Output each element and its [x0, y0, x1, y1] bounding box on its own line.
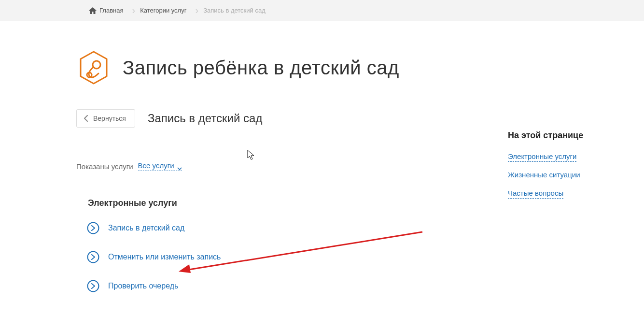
- filter-selected: Все услуги: [138, 161, 174, 170]
- breadcrumb: Главная › Категории услуг › Запись в дет…: [0, 0, 644, 21]
- page-subtitle: Запись в детский сад: [148, 112, 262, 125]
- service-item-cancel[interactable]: Отменить или изменить запись: [87, 251, 644, 263]
- divider: [76, 309, 496, 309]
- pacifier-icon: [76, 50, 111, 85]
- page-title: Запись ребёнка в детский сад: [123, 57, 399, 79]
- arrow-circle-icon: [87, 251, 99, 263]
- svg-point-3: [88, 252, 99, 263]
- service-list: Запись в детский сад Отменить или измени…: [87, 222, 644, 292]
- service-link[interactable]: Проверить очередь: [108, 282, 178, 290]
- filter-dropdown[interactable]: Все услуги: [138, 161, 182, 171]
- sidebar-link-situations[interactable]: Жизненные ситуации: [508, 171, 580, 180]
- breadcrumb-sep-icon: ›: [132, 5, 135, 16]
- back-button-label: Вернуться: [93, 115, 126, 122]
- title-row: Запись ребёнка в детский сад: [76, 50, 644, 85]
- sidebar: На этой странице Электронные услуги Жизн…: [508, 130, 614, 207]
- back-button[interactable]: Вернуться: [76, 109, 135, 128]
- breadcrumb-sep-icon: ›: [195, 5, 198, 16]
- chevron-left-icon: [84, 115, 88, 122]
- service-item-enroll[interactable]: Запись в детский сад: [87, 222, 644, 234]
- svg-point-0: [93, 61, 100, 69]
- chevron-down-icon: [177, 164, 182, 168]
- service-link[interactable]: Отменить или изменить запись: [108, 253, 221, 261]
- breadcrumb-categories[interactable]: Категории услуг: [137, 0, 195, 21]
- arrow-circle-icon: [87, 222, 99, 234]
- breadcrumb-home[interactable]: Главная: [86, 0, 132, 21]
- service-link[interactable]: Запись в детский сад: [108, 224, 184, 232]
- arrow-circle-icon: [87, 280, 99, 292]
- breadcrumb-home-label: Главная: [99, 7, 123, 14]
- service-item-check-queue[interactable]: Проверить очередь: [87, 280, 644, 292]
- breadcrumb-current: Запись в детский сад: [200, 0, 274, 21]
- filter-label: Показаны услуги: [76, 162, 133, 171]
- subtitle-row: Вернуться Запись в детский сад: [76, 109, 644, 128]
- sidebar-link-faq[interactable]: Частые вопросы: [508, 189, 563, 199]
- svg-point-2: [88, 223, 99, 234]
- sidebar-link-eservices[interactable]: Электронные услуги: [508, 152, 576, 162]
- svg-point-4: [88, 281, 99, 292]
- breadcrumb-current-label: Запись в детский сад: [203, 7, 266, 14]
- breadcrumb-categories-label: Категории услуг: [140, 7, 186, 14]
- home-icon: [89, 7, 97, 14]
- sidebar-title: На этой странице: [508, 130, 614, 141]
